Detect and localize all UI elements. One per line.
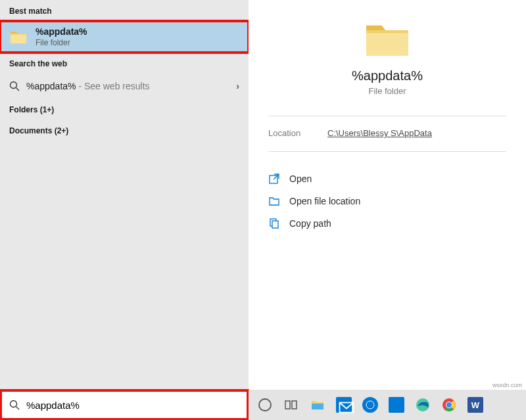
open-action[interactable]: Open (268, 168, 506, 190)
dell-icon[interactable] (359, 394, 381, 416)
copy-icon (268, 218, 280, 229)
folder-icon-large (364, 20, 411, 58)
chevron-right-icon: › (236, 81, 239, 91)
documents-section-label[interactable]: Documents (2+) (0, 120, 249, 141)
svg-line-1 (16, 88, 20, 91)
web-search-result[interactable]: %appdata% - See web results › (0, 74, 249, 99)
svg-line-6 (16, 407, 20, 410)
open-label: Open (289, 174, 312, 184)
actions-list: Open Open file location Copy path (268, 168, 506, 235)
preview-subtitle: File folder (268, 86, 506, 96)
file-explorer-icon[interactable] (306, 394, 329, 416)
folders-section-label[interactable]: Folders (1+) (0, 99, 249, 120)
mail-icon[interactable] (333, 394, 355, 416)
search-icon (9, 81, 20, 91)
svg-rect-9 (292, 401, 297, 409)
svg-point-12 (366, 401, 374, 409)
copy-path-label: Copy path (289, 218, 331, 229)
web-result-text: %appdata% - See web results (26, 80, 150, 92)
search-results-panel: Best match %appdata% File folder Search … (0, 0, 249, 390)
store-icon[interactable] (385, 394, 408, 416)
open-icon (268, 173, 280, 185)
folder-icon (9, 30, 28, 44)
location-path-link[interactable]: C:\Users\Blessy S\AppData (327, 128, 432, 138)
search-web-label: Search the web (0, 53, 249, 74)
result-title: %appdata% (36, 26, 239, 37)
divider (268, 116, 506, 116)
search-icon (9, 400, 20, 410)
chrome-icon[interactable] (438, 394, 460, 416)
copy-path-action[interactable]: Copy path (268, 212, 506, 235)
svg-point-18 (446, 402, 452, 408)
search-input[interactable] (26, 400, 239, 411)
svg-rect-4 (272, 221, 278, 228)
open-location-label: Open file location (289, 196, 360, 206)
cortana-icon[interactable] (254, 394, 276, 416)
location-row: Location C:\Users\Blessy S\AppData (268, 128, 506, 138)
svg-rect-10 (312, 404, 323, 409)
svg-point-0 (11, 82, 17, 89)
location-label: Location (268, 128, 327, 138)
best-match-label: Best match (0, 0, 249, 21)
preview-title: %appdata% (268, 68, 506, 83)
svg-rect-8 (285, 401, 290, 409)
svg-point-7 (259, 399, 271, 411)
search-bar[interactable] (0, 390, 249, 420)
watermark: wsxdn.com (492, 382, 522, 388)
result-text: %appdata% File folder (36, 26, 239, 47)
task-view-icon[interactable] (280, 394, 302, 416)
svg-point-5 (11, 401, 17, 408)
edge-icon[interactable] (412, 394, 434, 416)
folder-location-icon (268, 195, 280, 207)
taskbar: W (249, 390, 526, 420)
word-icon[interactable]: W (464, 394, 487, 416)
result-subtitle: File folder (36, 38, 239, 47)
best-match-result[interactable]: %appdata% File folder (0, 21, 249, 53)
preview-panel: %appdata% File folder Location C:\Users\… (249, 0, 526, 390)
divider (268, 151, 506, 152)
open-location-action[interactable]: Open file location (268, 190, 506, 212)
